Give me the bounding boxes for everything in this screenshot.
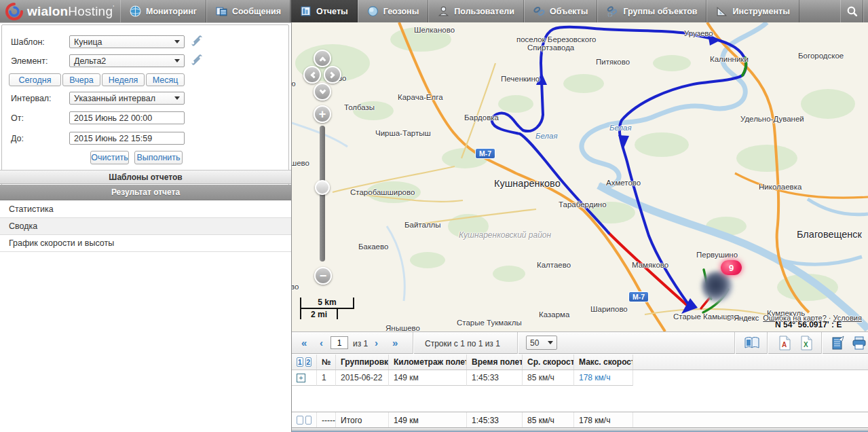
tab-unit-groups[interactable]: Группы объектов xyxy=(597,0,706,22)
total-distance: 149 км xyxy=(389,412,467,428)
tab-label: Сообщения xyxy=(232,7,281,16)
report-book-icon[interactable] xyxy=(744,336,760,350)
column-header-flight-time[interactable]: Время полета xyxy=(467,355,523,370)
chevron-up-icon xyxy=(320,57,326,64)
print-icon[interactable] xyxy=(851,336,867,350)
divider xyxy=(821,332,822,354)
max-speed-link[interactable]: 178 км/ч xyxy=(579,373,610,382)
select-all-checkbox-2[interactable] xyxy=(305,416,312,425)
tools-icon xyxy=(716,5,728,17)
tab-monitoring[interactable]: Мониторинг xyxy=(120,0,206,22)
map-label: Шарипово xyxy=(590,305,628,313)
map-label: поселок Березовского xyxy=(516,35,597,43)
element-wrench-icon[interactable] xyxy=(191,54,203,66)
preset-today-button[interactable]: Сегодня xyxy=(9,73,61,86)
preset-yesterday-button[interactable]: Вчера xyxy=(62,73,100,86)
page-number-input[interactable] xyxy=(331,336,348,349)
next-page-button[interactable]: › xyxy=(375,337,378,348)
preset-week-button[interactable]: Неделя xyxy=(102,73,145,86)
column-header-grouping[interactable]: Группировка xyxy=(336,355,389,370)
pdf-export-icon[interactable]: A xyxy=(776,336,793,350)
header-level-1-button[interactable]: 1 xyxy=(297,357,303,367)
zoom-out-button[interactable]: − xyxy=(314,267,332,285)
tab-units[interactable]: Объекты xyxy=(524,0,597,22)
unit-photo-marker[interactable] xyxy=(702,271,733,302)
template-label: Шаблон: xyxy=(11,37,45,47)
cell-num: 1 xyxy=(317,370,336,386)
zoom-slider-handle[interactable] xyxy=(315,180,330,195)
road-badge-m7: М-7 xyxy=(475,148,495,159)
total-num: ----- xyxy=(317,412,336,428)
excel-export-icon[interactable]: X xyxy=(798,336,814,350)
pan-left-button[interactable] xyxy=(303,66,321,84)
from-date-input[interactable] xyxy=(69,111,185,124)
section-label: Шаблоны отчетов xyxy=(109,173,182,182)
page-size-select[interactable]: 50 xyxy=(526,336,557,350)
clear-button[interactable]: Очистить xyxy=(90,151,129,164)
execute-button[interactable]: Выполнить xyxy=(134,151,183,164)
result-item-summary[interactable]: Сводка xyxy=(0,218,291,235)
template-select[interactable]: Куница xyxy=(69,35,185,48)
wialon-logo[interactable]: wialonHosting’ xyxy=(0,0,120,22)
top-nav: wialonHosting’ Мониторинг Сообщения xyxy=(0,0,868,22)
template-wrench-icon[interactable] xyxy=(191,35,203,47)
result-item-label: Статистика xyxy=(9,204,54,214)
element-select-value: Дельта2 xyxy=(74,56,106,66)
zoom-in-button[interactable]: + xyxy=(314,105,331,123)
interval-select[interactable]: Указанный интервал xyxy=(69,92,185,105)
nav-search-button[interactable] xyxy=(840,0,863,22)
result-item-statistics[interactable]: Статистика xyxy=(0,201,291,218)
map-label: Спиртзавода xyxy=(527,43,574,52)
column-header-filler xyxy=(633,355,868,370)
first-page-button[interactable]: « xyxy=(301,337,307,348)
tab-geofences[interactable]: Геозоны xyxy=(358,0,429,22)
pan-right-button[interactable] xyxy=(324,66,341,84)
wialon-logo-icon xyxy=(5,3,23,20)
section-report-result[interactable]: Результат отчета xyxy=(0,185,291,200)
map-label: Ахметово xyxy=(606,179,641,187)
expand-row-button[interactable]: + xyxy=(297,374,305,382)
pan-up-button[interactable] xyxy=(314,50,331,67)
plus-icon: + xyxy=(315,107,330,122)
map-canvas[interactable]: ю иково шево во Шелканово xyxy=(292,22,868,331)
result-item-label: Сводка xyxy=(9,221,37,231)
pan-down-button[interactable] xyxy=(314,83,331,101)
tab-label: Инструменты xyxy=(732,7,789,16)
to-date-input[interactable] xyxy=(69,132,185,145)
total-label: Итого xyxy=(336,412,389,428)
result-item-label: График скорости и высоты xyxy=(9,238,114,248)
column-header-avg-speed[interactable]: Ср. скорость xyxy=(523,355,574,370)
table-total-row: ----- Итого 149 км 1:45:33 85 км/ч 178 к… xyxy=(292,412,868,427)
svg-text:X: X xyxy=(804,341,808,348)
report-form xyxy=(1,24,289,190)
last-page-button[interactable]: » xyxy=(392,337,398,348)
unit-group-icon xyxy=(607,5,618,17)
wialon-logo-text: wialonHosting’ xyxy=(27,4,114,19)
result-item-speed-chart[interactable]: График скорости и высоты xyxy=(0,235,291,252)
column-header-num[interactable]: № xyxy=(317,355,336,370)
select-all-checkbox[interactable] xyxy=(297,416,303,425)
tab-label: Геозоны xyxy=(383,7,419,16)
chevron-down-icon xyxy=(174,40,180,46)
route-direction-arrows xyxy=(536,34,721,314)
column-header-distance[interactable]: Километраж полета xyxy=(389,355,467,370)
section-report-templates[interactable]: Шаблоны отчетов xyxy=(0,170,291,184)
tab-reports[interactable]: Отчеты xyxy=(290,0,358,22)
prev-page-button[interactable]: ‹ xyxy=(320,337,323,348)
element-select[interactable]: Дельта2 xyxy=(69,54,185,67)
export-file-icon[interactable] xyxy=(829,336,846,350)
section-label: Результат отчета xyxy=(111,187,180,197)
user-icon xyxy=(438,5,449,17)
chevron-right-icon xyxy=(328,72,335,79)
header-level-2-button[interactable]: 2 xyxy=(305,357,312,367)
tab-users[interactable]: Пользователи xyxy=(428,0,524,22)
tab-messages[interactable]: Сообщения xyxy=(206,0,290,22)
cell-grouping: 2015-06-22 xyxy=(336,370,389,386)
bottom-scroll-strip[interactable] xyxy=(292,427,868,432)
tab-tools[interactable]: Инструменты xyxy=(706,0,799,22)
badge-count: 9 xyxy=(729,263,734,273)
messages-count-badge[interactable]: 9 xyxy=(721,260,742,275)
column-header-max-speed[interactable]: Макс. скорость xyxy=(574,355,633,370)
wialon-app: wialonHosting’ Мониторинг Сообщения xyxy=(0,0,868,432)
preset-month-button[interactable]: Месяц xyxy=(146,73,185,86)
